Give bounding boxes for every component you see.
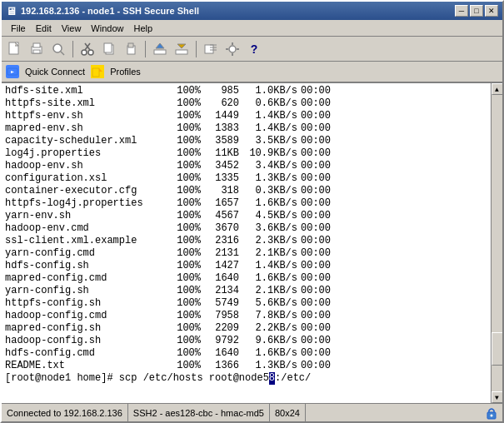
- file-pct: 100%: [167, 210, 201, 222]
- file-speed: 5.6KB/s: [242, 297, 301, 310]
- file-size: 1427: [201, 260, 242, 272]
- file-size: 2134: [201, 285, 242, 297]
- file-size: 3589: [201, 135, 242, 147]
- menu-window[interactable]: Window: [86, 22, 128, 34]
- file-speed: 9.6KB/s: [242, 335, 301, 347]
- file-row: container-executor.cfg 100% 318 0.3KB/s …: [5, 185, 499, 197]
- file-pct: 100%: [167, 285, 201, 297]
- file-row: hdfs-site.xml 100% 985 1.0KB/s 00:00: [5, 85, 499, 97]
- svg-rect-3: [33, 50, 40, 53]
- file-row: mapred-env.sh 100% 1383 1.4KB/s 00:00: [5, 122, 499, 135]
- file-row: hdfs-config.cmd 100% 1640 1.6KB/s 00:00: [5, 347, 499, 360]
- file-name: ssl-client.xml.example: [5, 235, 167, 247]
- menu-file[interactable]: File: [6, 22, 31, 34]
- settings-button[interactable]: [222, 39, 242, 59]
- scroll-down-arrow[interactable]: ▼: [492, 391, 503, 403]
- prompt-highlight: 8: [269, 372, 275, 385]
- new-button[interactable]: [5, 39, 25, 59]
- file-speed: 0.6KB/s: [242, 97, 301, 110]
- prompt-text: [root@node1 home]# scp /etc/hosts root@n…: [5, 372, 269, 385]
- file-row: hadoop-config.sh 100% 9792 9.6KB/s 00:00: [5, 335, 499, 347]
- file-name: capacity-scheduler.xml: [5, 135, 167, 147]
- file-row: hadoop-env.sh 100% 3452 3.4KB/s 00:00: [5, 160, 499, 172]
- menu-view[interactable]: View: [57, 22, 87, 34]
- file-name: hdfs-site.xml: [5, 85, 167, 97]
- upload-button[interactable]: [150, 39, 170, 59]
- scroll-up-arrow[interactable]: ▲: [492, 83, 503, 95]
- svg-point-22: [229, 46, 236, 52]
- main-window: 🖥 192.168.2.136 - node1 - SSH Secure She…: [0, 0, 504, 423]
- download-button[interactable]: [172, 39, 192, 59]
- menu-help[interactable]: Help: [128, 22, 157, 34]
- file-speed: 10.9KB/s: [242, 147, 301, 160]
- maximize-button[interactable]: □: [470, 5, 483, 17]
- file-size: 7958: [201, 310, 242, 322]
- file-pct: 100%: [167, 247, 201, 260]
- file-speed: 3.4KB/s: [242, 160, 301, 172]
- paste-button[interactable]: [121, 39, 141, 59]
- file-size: 2131: [201, 247, 242, 260]
- find-button[interactable]: [201, 39, 221, 59]
- profiles-label[interactable]: Profiles: [107, 66, 144, 77]
- file-time: 00:00: [301, 272, 338, 285]
- search-button[interactable]: [48, 39, 68, 59]
- file-pct: 100%: [167, 260, 201, 272]
- close-button[interactable]: ✕: [485, 5, 498, 17]
- file-size: 620: [201, 97, 242, 110]
- file-pct: 100%: [167, 347, 201, 360]
- svg-rect-14: [154, 50, 166, 54]
- help-button[interactable]: ?: [244, 39, 264, 59]
- file-size: 3452: [201, 160, 242, 172]
- file-time: 00:00: [301, 235, 338, 247]
- file-row: configuration.xsl 100% 1335 1.3KB/s 00:0…: [5, 172, 499, 185]
- prompt-suffix: :/etc/: [275, 372, 311, 385]
- terminal-area[interactable]: hdfs-site.xml 100% 985 1.0KB/s 00:00 htt…: [2, 83, 502, 403]
- file-size: 2209: [201, 322, 242, 335]
- file-speed: 1.0KB/s: [242, 85, 301, 97]
- file-name: mapred-config.sh: [5, 322, 167, 335]
- file-speed: 1.4KB/s: [242, 122, 301, 135]
- file-row: ssl-client.xml.example 100% 2316 2.3KB/s…: [5, 235, 499, 247]
- print-button[interactable]: [27, 39, 47, 59]
- quickconnect-label[interactable]: Quick Connect: [22, 66, 88, 77]
- file-speed: 1.4KB/s: [242, 260, 301, 272]
- file-row: hdfs-config.sh 100% 1427 1.4KB/s 00:00: [5, 260, 499, 272]
- file-row: yarn-config.cmd 100% 2131 2.1KB/s 00:00: [5, 247, 499, 260]
- scroll-thumb[interactable]: [492, 332, 503, 366]
- file-name: mapred-config.cmd: [5, 272, 167, 285]
- svg-rect-13: [128, 43, 133, 47]
- svg-point-32: [491, 414, 493, 416]
- file-name: yarn-config.cmd: [5, 247, 167, 260]
- file-speed: 3.6KB/s: [242, 222, 301, 235]
- cut-button[interactable]: [77, 39, 97, 59]
- scroll-track[interactable]: [492, 95, 503, 391]
- file-size: 318: [201, 185, 242, 197]
- toolbar-sep-3: [196, 41, 197, 57]
- file-row: httpfs-config.sh 100% 5749 5.6KB/s 00:00: [5, 297, 499, 310]
- copy-button[interactable]: [99, 39, 119, 59]
- file-row: hadoop-config.cmd 100% 7958 7.8KB/s 00:0…: [5, 310, 499, 322]
- status-bar: Connected to 192.168.2.136 SSH2 - aes128…: [2, 403, 502, 421]
- svg-rect-11: [104, 43, 112, 52]
- file-size: 1640: [201, 347, 242, 360]
- file-time: 00:00: [301, 185, 338, 197]
- file-time: 00:00: [301, 297, 338, 310]
- file-pct: 100%: [167, 185, 201, 197]
- file-size: 11KB: [201, 147, 242, 160]
- menu-edit[interactable]: Edit: [31, 22, 57, 34]
- file-speed: 4.5KB/s: [242, 210, 301, 222]
- lock-icon: [484, 406, 499, 421]
- file-speed: 2.2KB/s: [242, 322, 301, 335]
- cipher-text: SSH2 - aes128-cbc - hmac-md5: [133, 408, 264, 418]
- file-size: 4567: [201, 210, 242, 222]
- file-name: httpfs-site.xml: [5, 97, 167, 110]
- status-cipher: SSH2 - aes128-cbc - hmac-md5: [128, 404, 270, 421]
- minimize-button[interactable]: ─: [455, 5, 468, 17]
- file-time: 00:00: [301, 247, 338, 260]
- file-name: hdfs-config.cmd: [5, 347, 167, 360]
- file-time: 00:00: [301, 322, 338, 335]
- file-time: 00:00: [301, 85, 338, 97]
- file-time: 00:00: [301, 347, 338, 360]
- file-name: hdfs-config.sh: [5, 260, 167, 272]
- title-bar-left: 🖥 192.168.2.136 - node1 - SSH Secure She…: [6, 5, 199, 17]
